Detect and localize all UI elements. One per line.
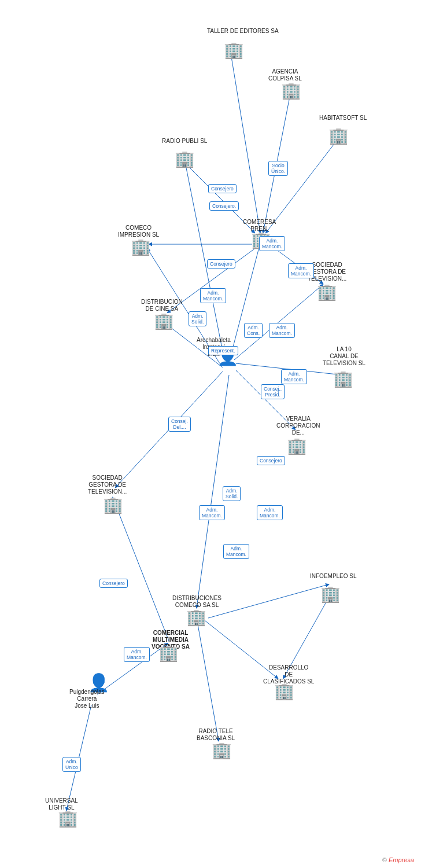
comeco-impresion-label: COMECOIMPRESION SL: [118, 225, 159, 238]
badge-adm-mancom-5: Adm.Mancom.: [281, 369, 307, 384]
badge-consejero-5: Consejero: [99, 579, 128, 588]
comeco-impresion-icon[interactable]: 🏢: [131, 237, 151, 256]
sociedad-gestora-bot-icon[interactable]: 🏢: [103, 495, 123, 514]
badge-adm-mancom-3: Adm.Mancom.: [200, 288, 226, 303]
badge-adm-solid-1: Adm.Solid.: [189, 311, 206, 326]
badge-consejero-4: Consejero: [257, 456, 285, 465]
svg-line-19: [197, 618, 219, 741]
distribucion-cine-icon[interactable]: 🏢: [154, 311, 174, 330]
habitatsoft-label: HABITATSOFT SL: [319, 115, 367, 122]
badge-consej-del: Consej.Del....: [168, 417, 191, 432]
badge-represent: Represent.: [208, 346, 238, 355]
badge-socio-unico: SocioÚnico.: [268, 161, 288, 176]
comercial-multimedia-icon[interactable]: 🏢: [158, 643, 179, 663]
radio-publi-icon[interactable]: 🏢: [175, 149, 195, 168]
taller-editores-icon[interactable]: 🏢: [224, 41, 244, 60]
svg-line-20: [113, 498, 169, 642]
badge-consejero-2: Consejero.: [209, 201, 239, 211]
footer-copyright: © Empresa: [382, 856, 414, 863]
taller-editores-label: TALLER DE EDITORES SA: [207, 28, 279, 35]
badge-adm-mancom-1: Adm.Mancom.: [259, 236, 285, 251]
badge-consejero-3: Consejero: [207, 259, 235, 269]
infoempleo-icon[interactable]: 🏢: [320, 584, 341, 604]
sociedad-gestora-top-icon[interactable]: 🏢: [317, 282, 337, 301]
badge-adm-mancom-4: Adm.Mancom.: [269, 323, 295, 338]
badge-adm-mancom-6: Adm.Mancom.: [199, 505, 225, 520]
veralia-label: VERALIACORPORACIONDE...: [276, 415, 320, 436]
puigdengolas-label: PuigdengolasCarreraJose Luis: [69, 689, 105, 709]
footer-brand: Empresa: [389, 856, 414, 863]
radio-tele-basconia-icon[interactable]: 🏢: [212, 741, 232, 760]
distribucion-cine-label: DISTRIBUCIONDE CINE SA: [141, 299, 183, 312]
sociedad-gestora-bot-label: SOCIEDADGESTORA DETELEVISION...: [88, 475, 127, 495]
habitatsoft-icon[interactable]: 🏢: [328, 126, 349, 145]
badge-adm-unico: Adm.Unico: [62, 757, 81, 772]
badge-adm-cons: Adm.Cons.: [244, 323, 263, 338]
veralia-icon[interactable]: 🏢: [287, 436, 307, 455]
badge-consejero-1: Consejero: [208, 184, 237, 193]
radio-publi-label: RADIO PUBLI SL: [162, 138, 207, 145]
svg-line-12: [234, 285, 323, 360]
desarrollo-clasificados-icon[interactable]: 🏢: [274, 682, 294, 701]
universal-light-icon[interactable]: 🏢: [58, 809, 78, 828]
la10-canal-label: LA 10CANAL DETELEVISION SL: [323, 346, 365, 367]
distribuciones-comeco-icon[interactable]: 🏢: [186, 608, 206, 627]
la10-canal-icon[interactable]: 🏢: [333, 369, 353, 388]
badge-consej-presid: Consej..Presid.: [261, 384, 285, 399]
svg-line-16: [208, 584, 328, 618]
badge-adm-mancom-9: Adm.Mancom.: [124, 647, 150, 662]
badge-adm-mancom-8: Adm.Mancom.: [223, 544, 249, 559]
svg-line-2: [266, 140, 337, 233]
agencia-colpisa-icon[interactable]: 🏢: [281, 81, 301, 100]
infoempleo-label: INFOEMPLEO SL: [310, 573, 357, 580]
distribuciones-comeco-label: DISTRIBUCIONESCOMECO SA SL: [172, 595, 221, 609]
radio-tele-basconia-label: RADIO TELEBASCONIA SL: [197, 728, 235, 742]
badge-adm-mancom-2: Adm.Mancom.: [288, 263, 314, 278]
badge-adm-mancom-7: Adm.Mancom.: [257, 505, 283, 520]
agencia-colpisa-label: AGENCIACOLPISA SL: [268, 68, 302, 82]
badge-adm-solid-2: Adm.Solid.: [223, 486, 241, 501]
